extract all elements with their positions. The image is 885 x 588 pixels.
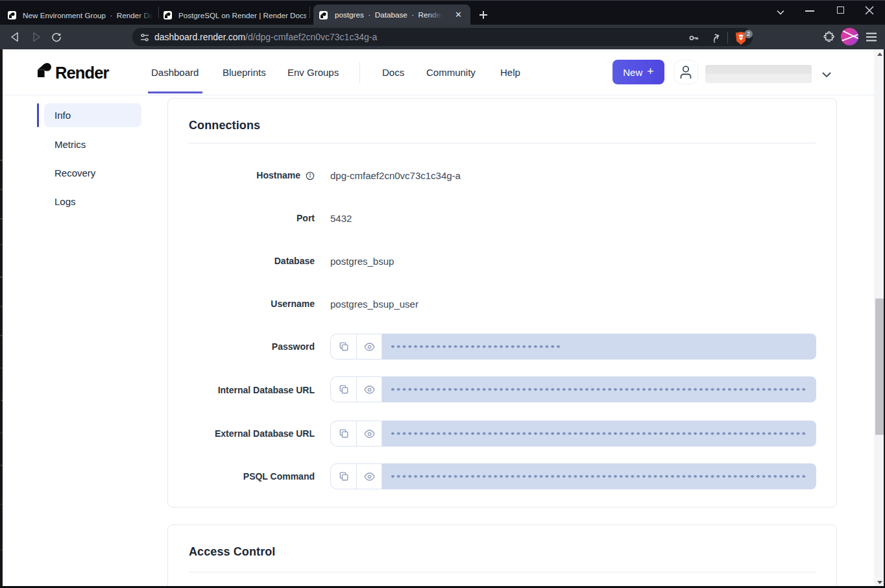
svg-text:Render: Render xyxy=(55,64,109,82)
